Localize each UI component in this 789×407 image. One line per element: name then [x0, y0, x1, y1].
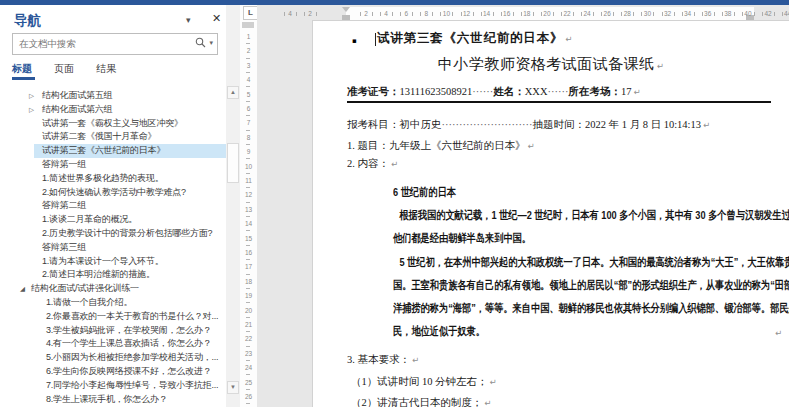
h-ruler-tick [774, 12, 775, 16]
nav-item[interactable]: 答辩第一组 [0, 158, 226, 172]
content-text-line[interactable]: 6 世纪前的日本 [393, 181, 789, 204]
nav-scrollbar[interactable]: ▲ ▼ [226, 5, 240, 407]
h-ruler-number: 2 [308, 10, 312, 17]
v-ruler-number: 22 [240, 335, 257, 342]
v-ruler-tick [246, 374, 250, 375]
h-ruler-tick [420, 12, 421, 16]
nav-item[interactable]: 2.你最喜欢的一本关于教育的书是什么？对... [0, 310, 226, 324]
v-ruler-tick [246, 43, 250, 44]
content-text-line[interactable]: 洋捕捞的称为“海部”，等等。来自中国、朝鲜的移民也依其特长分别编入织锦部、锻冶部… [393, 297, 789, 320]
nav-item-label: 答辩第三组 [0, 242, 86, 252]
tab-results[interactable]: 结果 [96, 62, 116, 76]
doc-title-line[interactable]: 中小学教师资格考试面试备课纸↵ [347, 58, 755, 73]
content-label-line[interactable]: 2. 内容：↵ [347, 157, 398, 171]
v-ruler-number: 23 [240, 350, 257, 357]
candidate-info-line[interactable]: 准考证号：13111623508921······姓名：XXX······所在考… [347, 85, 641, 99]
v-ruler-tick [246, 202, 250, 203]
requirement-1-line[interactable]: （1）试讲时间 10 分钟左右；↵ [351, 375, 497, 389]
nav-item[interactable]: 试讲第三套《六世纪前的日本》 [0, 144, 226, 158]
content-text-line[interactable]: 他们都是经由朝鲜半岛来到中国。 [393, 227, 789, 250]
h-ruler-tick [682, 12, 683, 16]
tab-headings[interactable]: 标题 [12, 62, 32, 76]
subject-time-line[interactable]: 报考科目：初中历史··························抽题时间：… [347, 118, 710, 132]
nav-item[interactable]: 1.谈谈二月革命的概况。 [0, 213, 226, 227]
content-text-line[interactable]: 5 世纪初，在本州中部兴起的大和政权统一了日本。大和国的最高统治者称为“大王”，… [393, 251, 789, 274]
doc-heading-line[interactable]: 试讲第三套《六世纪前的日本》↵ [377, 32, 573, 46]
nav-item[interactable]: 2.简述日本明治维新的措施。 [0, 268, 226, 282]
scroll-down-arrow-icon[interactable]: ▼ [227, 381, 239, 394]
nav-item[interactable]: 5.小丽因为长相被拒绝参加学校相关活动，... [0, 351, 226, 365]
nav-item-list: ▷结构化面试第五组▷结构化面试第六组试讲第一套《霸权主义与地区冲突》试讲第二套《… [0, 89, 226, 407]
first-line-indent-marker[interactable] [342, 7, 350, 12]
nav-item[interactable]: 试讲第一套《霸权主义与地区冲突》 [0, 117, 226, 131]
h-ruler-tick [573, 12, 574, 16]
nav-item[interactable]: ▷结构化面试第六组 [0, 103, 226, 117]
h-ruler-tick [513, 12, 514, 16]
tab-stop-selector[interactable]: L [243, 6, 258, 20]
expand-arrow-icon[interactable]: ▷ [29, 103, 34, 117]
requirements-line[interactable]: 3. 基本要求：↵ [347, 353, 419, 367]
nav-item[interactable]: 答辩第三组 [0, 241, 226, 255]
nav-item[interactable]: 1.请为本课设计一个导入环节。 [0, 255, 226, 269]
nav-item[interactable]: ◢结构化面试/试讲强化训练一 [0, 282, 226, 296]
pilcrow-mark: ↵ [391, 159, 398, 169]
nav-item-label: 2.历史教学设计中的背景分析包括哪些方面? [0, 228, 212, 238]
dot-leader: ······ [547, 86, 568, 97]
collapse-arrow-icon[interactable]: ◢ [20, 282, 25, 296]
nav-item[interactable]: 8.学生上课玩手机，你怎么办？ [0, 393, 226, 407]
v-ruler-number: 2 [240, 47, 257, 54]
expand-arrow-icon[interactable]: ▷ [29, 89, 34, 103]
h-ruler-tick [521, 12, 522, 16]
h-ruler-tick [694, 12, 695, 16]
document-page[interactable]: ▪ 试讲第三套《六世纪前的日本》↵ 中小学教师资格考试面试备课纸↵ 准考证号：1… [312, 20, 789, 407]
tab-pages[interactable]: 页面 [54, 62, 74, 76]
content-text-line[interactable]: 国。王室和贵族各有自己的私有领地。领地上的居民以“部”的形式组织生产，从事农业的… [393, 274, 789, 297]
h-ruler-tick [452, 12, 453, 16]
nav-item-label: 1.请做一个自我介绍。 [0, 297, 132, 307]
h-ruler-number: 18 [523, 10, 530, 17]
nav-item[interactable]: 1.简述世界多极化趋势的表现。 [0, 172, 226, 186]
active-tab-underline [12, 77, 35, 80]
scroll-up-arrow-icon[interactable]: ▲ [227, 86, 239, 99]
textbook-excerpt-block[interactable]: 6 世纪前的日本根据我国的文献记载，1 世纪—2 世纪时，日本有 100 多个小… [393, 181, 789, 343]
nav-item-label: 8.学生上课玩手机，你怎么办？ [0, 394, 168, 404]
nav-item[interactable]: ▷结构化面试第五组 [0, 89, 226, 103]
nav-item[interactable]: 试讲第二套《俄国十月革命》 [0, 130, 226, 144]
nav-item[interactable]: 2.如何快速确认教学活动中教学难点? [0, 186, 226, 200]
nav-item[interactable]: 2.历史教学设计中的背景分析包括哪些方面? [0, 227, 226, 241]
nav-item-label: 6.学生向你反映网络授课不好，怎么改进？ [0, 366, 212, 376]
topic-line[interactable]: 1. 题目：九年级上《六世纪前的日本》↵ [347, 139, 535, 153]
nav-item[interactable]: 1.请做一个自我介绍。 [0, 296, 226, 310]
nav-item[interactable]: 答辩第二组 [0, 199, 226, 213]
v-ruler-tick [246, 331, 250, 332]
content-text-line[interactable]: 根据我国的文献记载，1 世纪—2 世纪时，日本有 100 多个小国，其中有 30… [393, 204, 789, 227]
v-ruler-tick [246, 187, 250, 188]
v-ruler-tick [246, 216, 250, 217]
navigation-pane-title: 导航 [14, 12, 41, 30]
nav-item[interactable]: 6.学生向你反映网络授课不好，怎么改进？ [0, 365, 226, 379]
h-ruler-tick [742, 12, 743, 16]
pilcrow-mark: ↵ [484, 398, 491, 407]
h-ruler-tick [541, 12, 542, 16]
v-ruler-tick [246, 346, 250, 347]
v-ruler-tick [246, 230, 250, 231]
info-label: 准考证号： [347, 86, 400, 97]
pane-close-icon[interactable]: ✕ [212, 12, 221, 25]
vertical-ruler[interactable]: L 12345678910111213141516171819202122232… [240, 5, 257, 407]
h-ruler-tick [461, 12, 462, 16]
v-ruler-number: 17 [240, 263, 257, 270]
search-icon[interactable] [195, 37, 206, 48]
content-text-line[interactable]: 民，地位近似于奴隶。 [393, 320, 789, 343]
search-options-chevron-down-icon[interactable]: ▾ [209, 39, 213, 47]
nav-item[interactable]: 4.有一个学生上课总喜欢插话，你怎么办？ [0, 337, 226, 351]
pane-options-chevron-down-icon[interactable]: ▾ [186, 15, 191, 25]
nav-item[interactable]: 7.同学给小李起侮辱性绰号，导致小李抗拒... [0, 379, 226, 393]
horizontal-ruler[interactable]: 4224681012141618202224262830323436384042… [257, 7, 789, 20]
nav-item[interactable]: 3.学生被妈妈批评，在学校哭闹，怎么办？ [0, 324, 226, 338]
scrollbar-thumb[interactable] [227, 143, 239, 183]
h-ruler-tick [304, 12, 305, 16]
requirement-2-line[interactable]: （2）讲清古代日本的制度；↵ [351, 396, 491, 407]
v-ruler-number: 24 [240, 364, 257, 371]
document-search-input[interactable]: 在文档中搜索 ▾ [12, 33, 218, 55]
h-ruler-number: 2 [364, 10, 368, 17]
